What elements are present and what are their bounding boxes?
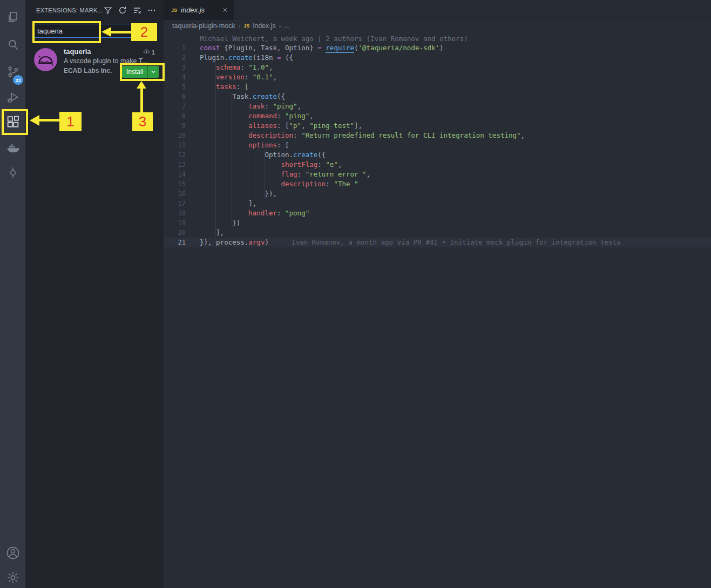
- filter-icon[interactable]: [104, 6, 112, 15]
- breadcrumb-file[interactable]: index.js: [253, 22, 275, 30]
- gitlens-codelens[interactable]: Michael Weichert, a week ago | 2 authors…: [164, 32, 711, 43]
- tab-index-js[interactable]: JS index.js: [164, 0, 234, 20]
- docker-icon[interactable]: [0, 136, 25, 160]
- line-number: 16: [164, 189, 186, 199]
- install-button-label[interactable]: Install: [122, 66, 147, 78]
- line-number: 20: [164, 228, 186, 238]
- sidebar-title: EXTENSIONS: MARK...: [36, 7, 104, 13]
- code-line[interactable]: 19}): [164, 218, 711, 228]
- breadcrumb-folder[interactable]: taqueria-plugin-mock: [172, 22, 235, 30]
- install-dropdown-chevron-icon[interactable]: [147, 66, 159, 78]
- breadcrumb-separator: ›: [239, 23, 241, 29]
- code-line[interactable]: 3schema: "1.0",: [164, 63, 711, 72]
- scm-badge: 22: [13, 75, 23, 85]
- commit-icon[interactable]: [0, 161, 25, 185]
- code-line[interactable]: 20],: [164, 228, 711, 238]
- code-line[interactable]: 12Option.create({: [164, 150, 711, 160]
- clear-results-icon[interactable]: [133, 6, 141, 15]
- line-number: 5: [164, 82, 186, 92]
- line-number: 17: [164, 199, 186, 208]
- taqueria-extension-icon: [34, 48, 57, 71]
- line-number: 11: [164, 140, 186, 150]
- line-number: 9: [164, 121, 186, 131]
- settings-gear-icon[interactable]: [0, 566, 25, 588]
- code-line[interactable]: 16}),: [164, 189, 711, 199]
- install-count-icon: [143, 48, 150, 56]
- code-line[interactable]: 6Task.create({: [164, 92, 711, 102]
- account-icon[interactable]: [0, 541, 25, 565]
- line-number: 21: [164, 238, 186, 247]
- inline-blame: Ivan Romanov, a month ago via PR #41 • I…: [292, 238, 621, 247]
- extension-install-count: 1: [143, 48, 155, 56]
- tab-close-icon[interactable]: [221, 6, 228, 13]
- breadcrumb-separator: ›: [279, 23, 281, 29]
- extensions-sidebar: EXTENSIONS: MARK... taqueria 1 A vscode …: [25, 0, 164, 588]
- line-number: 6: [164, 92, 186, 102]
- explorer-icon[interactable]: [0, 5, 25, 29]
- code-line[interactable]: 8command: "ping",: [164, 111, 711, 121]
- code-line[interactable]: 15description: "The ": [164, 179, 711, 189]
- code-line[interactable]: 17],: [164, 199, 711, 208]
- line-number: 15: [164, 179, 186, 189]
- code-line[interactable]: 18handler: "pong": [164, 208, 711, 218]
- code-line[interactable]: 9aliases: ["p", "ping-test"],: [164, 121, 711, 131]
- line-number: 10: [164, 131, 186, 140]
- breadcrumb: taqueria-plugin-mock › JS index.js › ...: [164, 20, 711, 32]
- extension-publisher: ECAD Labs Inc.: [64, 67, 112, 75]
- js-file-icon: JS: [243, 23, 249, 29]
- breadcrumb-symbol[interactable]: ...: [284, 22, 289, 30]
- code-lines: 1const {Plugin, Task, Option} = require(…: [164, 43, 711, 247]
- code-line[interactable]: 4version: "0.1",: [164, 72, 711, 82]
- tab-label: index.js: [181, 6, 218, 14]
- search-icon[interactable]: [0, 33, 25, 57]
- code-line[interactable]: 13shortFlag: "e",: [164, 160, 711, 170]
- editor-group: JS index.js taqueria-plugin-mock › JS in…: [164, 0, 711, 588]
- tab-bar: JS index.js: [164, 0, 711, 20]
- js-file-icon: JS: [171, 8, 177, 13]
- line-number: 13: [164, 160, 186, 170]
- extension-list-item[interactable]: taqueria 1 A vscode plugin to make T... …: [25, 46, 164, 81]
- line-number: 19: [164, 218, 186, 228]
- code-line[interactable]: 5tasks: [: [164, 82, 711, 92]
- activity-bar: 22: [0, 0, 25, 588]
- line-number: 7: [164, 102, 186, 111]
- refresh-icon[interactable]: [118, 6, 127, 15]
- code-line[interactable]: 2Plugin.create(i18n ⇒ ({: [164, 53, 711, 63]
- code-line[interactable]: 21}), process.argv)Ivan Romanov, a month…: [164, 238, 711, 247]
- line-number: 3: [164, 63, 186, 72]
- extension-name: taqueria: [64, 48, 91, 56]
- code-line[interactable]: 14flag: "return error ",: [164, 170, 711, 179]
- more-actions-icon[interactable]: [147, 6, 156, 15]
- line-number: 4: [164, 72, 186, 82]
- code-line[interactable]: 1const {Plugin, Task, Option} = require(…: [164, 43, 711, 53]
- run-debug-icon[interactable]: [0, 86, 25, 110]
- extensions-search-input[interactable]: [33, 24, 157, 38]
- source-control-icon[interactable]: 22: [0, 60, 25, 84]
- extensions-icon[interactable]: [0, 110, 25, 133]
- code-line[interactable]: 10description: "Return predefined result…: [164, 131, 711, 140]
- line-number: 8: [164, 111, 186, 121]
- install-button[interactable]: Install: [122, 66, 159, 78]
- line-number: 1: [164, 43, 186, 53]
- line-number: 2: [164, 53, 186, 63]
- line-number: 12: [164, 150, 186, 160]
- line-number: 14: [164, 170, 186, 179]
- extension-description: A vscode plugin to make T...: [64, 57, 157, 65]
- code-line[interactable]: 11options: [: [164, 140, 711, 150]
- sidebar-header: EXTENSIONS: MARK...: [25, 0, 164, 20]
- code-line[interactable]: 7task: "ping",: [164, 102, 711, 111]
- line-number: 18: [164, 208, 186, 218]
